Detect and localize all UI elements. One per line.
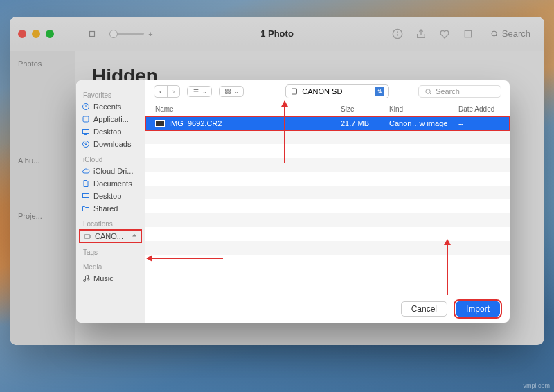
sidebar-item-downloads[interactable]: Downloads [76, 138, 145, 150]
download-icon [82, 140, 90, 148]
photo-count: 1 Photo [260, 28, 294, 39]
svg-rect-19 [226, 89, 228, 91]
search-placeholder: Search [502, 28, 530, 39]
sidebar-section-photos[interactable]: Photos [12, 57, 72, 71]
sheet-content: ‹ › ⌄ ⌄ CANON SD ⇅ Search Name Size Kind… [145, 80, 510, 323]
sidebar-item-music[interactable]: Music [76, 272, 145, 285]
search-icon [490, 30, 499, 38]
back-icon[interactable]: ‹ [154, 86, 168, 97]
empty-row [145, 213, 510, 227]
svg-rect-9 [83, 130, 89, 134]
desktop-icon [82, 192, 90, 200]
clock-icon [82, 103, 90, 111]
icloud-section: iCloud [76, 154, 145, 165]
file-date: -- [458, 119, 500, 127]
close-icon[interactable] [18, 30, 26, 38]
file-row[interactable]: IMG_9692.CR2 21.7 MB Canon…w image -- [145, 116, 510, 130]
svg-rect-23 [292, 89, 297, 94]
svg-rect-0 [90, 31, 95, 36]
column-headers[interactable]: Name Size Kind Date Added [145, 103, 510, 116]
svg-line-6 [496, 35, 498, 37]
share-icon[interactable] [414, 27, 428, 41]
zoom-icon[interactable] [46, 30, 54, 38]
empty-row [145, 227, 510, 241]
empty-row [145, 144, 510, 158]
empty-row [145, 158, 510, 172]
svg-rect-8 [83, 116, 89, 122]
empty-row [145, 255, 510, 269]
empty-row [145, 186, 510, 199]
search-field[interactable]: Search [485, 26, 536, 41]
sidebar-section-projects[interactable]: Proje... [12, 209, 72, 223]
import-button[interactable]: Import [456, 301, 500, 317]
view-grid-button[interactable]: ⌄ [219, 86, 244, 97]
window-controls[interactable] [18, 30, 54, 38]
eject-icon[interactable] [131, 233, 138, 240]
svg-rect-20 [229, 89, 231, 91]
titlebar: – + 1 Photo Search [10, 17, 544, 51]
file-name: IMG_9692.CR2 [169, 119, 341, 127]
svg-point-24 [426, 89, 430, 93]
empty-row [145, 172, 510, 186]
sidebar-item-desktop[interactable]: Desktop [76, 125, 145, 138]
file-list[interactable]: IMG_9692.CR2 21.7 MB Canon…w image -- [145, 116, 510, 294]
sidebar-item-applications[interactable]: Applicati... [76, 113, 145, 125]
location-select[interactable]: CANON SD ⇅ [285, 84, 389, 98]
drive-icon [83, 232, 91, 240]
zoom-slider[interactable] [109, 33, 144, 35]
sidebar-item-desktop-icloud[interactable]: Desktop [76, 190, 145, 202]
header-size[interactable]: Size [341, 105, 389, 113]
svg-rect-13 [84, 235, 90, 238]
sidebar-item-icloud-drive[interactable]: iCloud Dri... [76, 165, 145, 177]
grid-icon [224, 88, 232, 95]
favorites-section: Favorites [76, 90, 145, 100]
main-sidebar: Photos Albu... Proje... [10, 51, 75, 345]
header-date[interactable]: Date Added [458, 105, 500, 113]
svg-point-5 [492, 31, 497, 36]
sidebar-item-recents[interactable]: Recents [76, 100, 145, 113]
header-kind[interactable]: Kind [389, 105, 458, 113]
minimize-icon[interactable] [32, 30, 40, 38]
sheet-footer: Cancel Import [145, 294, 510, 323]
heart-icon[interactable] [438, 27, 452, 41]
zoom-control[interactable]: – + [87, 29, 153, 39]
info-icon[interactable] [391, 27, 404, 41]
sheet-search[interactable]: Search [418, 85, 501, 98]
crop-icon [87, 29, 97, 39]
import-sheet: Favorites Recents Applicati... Desktop D… [76, 80, 510, 323]
rotate-icon[interactable] [461, 27, 475, 41]
folder-icon [82, 204, 90, 213]
cancel-button[interactable]: Cancel [401, 301, 447, 317]
empty-row [145, 199, 510, 213]
empty-row [145, 241, 510, 255]
media-section: Media [76, 262, 145, 272]
file-thumbnail [155, 120, 165, 127]
sidebar-item-documents[interactable]: Documents [76, 177, 145, 190]
chevron-updown-icon: ⇅ [375, 87, 384, 96]
app-icon [82, 115, 90, 123]
locations-section: Locations [76, 219, 145, 229]
forward-icon[interactable]: › [168, 86, 180, 97]
search-placeholder: Search [436, 87, 460, 96]
header-name[interactable]: Name [155, 105, 341, 113]
view-list-button[interactable]: ⌄ [187, 86, 212, 97]
sidebar-item-shared[interactable]: Shared [76, 202, 145, 215]
empty-row [145, 130, 510, 144]
file-size: 21.7 MB [341, 119, 389, 127]
watermark: vmpi com [523, 382, 550, 389]
sd-card-icon [290, 87, 298, 96]
music-icon [82, 274, 90, 283]
desktop-icon [82, 127, 90, 136]
search-icon [425, 88, 432, 96]
svg-rect-22 [229, 92, 231, 94]
svg-rect-12 [83, 194, 89, 198]
location-label: CANON SD [302, 87, 342, 96]
sheet-toolbar: ‹ › ⌄ ⌄ CANON SD ⇅ Search [145, 80, 510, 103]
tags-section: Tags [76, 247, 145, 258]
svg-rect-4 [465, 30, 471, 37]
sidebar-section-albums[interactable]: Albu... [12, 154, 72, 168]
nav-buttons[interactable]: ‹ › [154, 85, 180, 98]
sidebar-item-canon-sd[interactable]: CANO... [79, 229, 142, 243]
doc-icon [82, 179, 90, 188]
file-kind: Canon…w image [389, 119, 458, 127]
